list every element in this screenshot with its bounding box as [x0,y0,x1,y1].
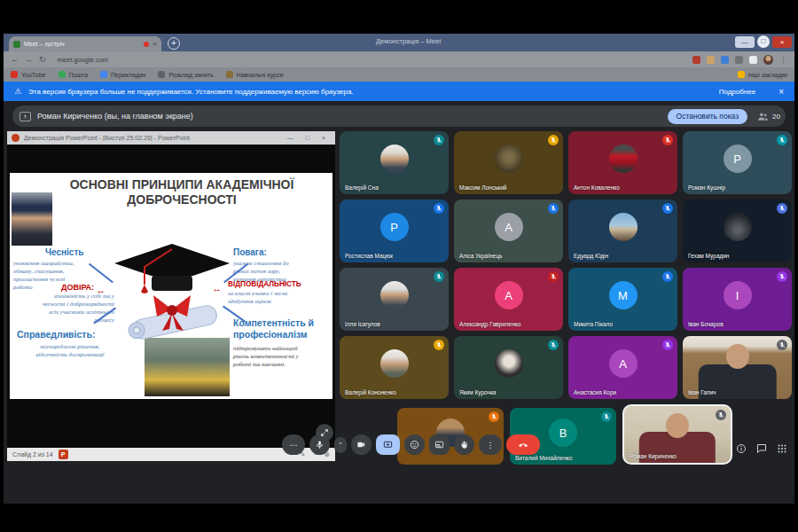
banner-close-icon[interactable]: × [778,87,784,97]
extension-icon[interactable] [721,56,729,64]
participant-name: Яким Курочка [459,389,496,395]
more-options-button[interactable]: ⋯ [282,434,305,455]
activities-grid-icon[interactable] [777,442,787,458]
device-caret-icon[interactable]: ⌃ [334,437,347,453]
tab-title: Meet – зустріч [24,41,140,47]
bookmark-item[interactable]: YouTube [11,71,46,78]
participant-tile[interactable]: ААліса Українець [454,200,563,262]
powerpoint-titlebar: Демонстрація PowerPoint - [Виступ 25.02.… [7,131,335,145]
letter-avatar: Р [380,213,409,241]
powerpoint-window-controls[interactable]: — □ × [287,135,331,141]
emoji-reactions-button[interactable] [404,434,425,455]
raise-hand-button[interactable] [454,434,474,455]
other-bookmarks[interactable]: Інші закладки [738,71,787,78]
participant-tile[interactable]: Валерій Сна [340,131,449,194]
window-maximize-button[interactable]: □ [757,35,770,48]
participant-tile[interactable]: Антон Коваленко [568,131,677,194]
people-icon [757,111,769,122]
mic-muted-icon [662,340,673,350]
powerpoint-taskbar-icon[interactable]: P [59,450,68,459]
participant-tile[interactable]: ААлександр Гавриленко [454,268,563,331]
details-link[interactable]: Подробнее [719,88,756,96]
call-controls: ⋯ ⌃ ⋮ [282,434,540,455]
warning-text: Эта версия браузера больше не поддержива… [28,88,712,96]
extension-icon[interactable] [735,56,743,64]
bookmark-favicon-icon [226,71,233,78]
captions-button[interactable] [429,434,450,455]
mic-muted-icon [434,135,444,145]
bookmark-item[interactable]: Перекладач [100,71,145,78]
url-field[interactable]: meet.google.com [58,56,686,64]
mic-muted-icon [489,411,499,422]
participant-name: Виталий Михайленко [515,455,572,461]
participant-tile[interactable]: Максим Лонський [454,131,563,194]
presenter-label: Роман Кириченко (вы, на главном экране) [37,112,661,121]
address-bar: ← → ↻ meet.google.com ⋮ [4,51,794,67]
end-call-button[interactable] [506,434,540,455]
mic-muted-icon [434,340,444,350]
participant-tile[interactable]: Ілля Ісагулов [340,268,449,331]
browser-menu-icon[interactable]: ⋮ [779,55,787,64]
participant-tile[interactable]: ММикита Пікало [568,268,677,331]
camera-button[interactable] [351,434,372,455]
letter-avatar: А [495,281,523,309]
participant-tile[interactable]: ІІван Бочаров [683,268,792,331]
window-minimize-button[interactable]: — [735,36,755,48]
responsibility-body: за власні вчинки і чесне здобуття оцінок [228,289,320,305]
participant-tile[interactable]: Едуард Юдін [568,200,677,262]
participant-grid: Валерій СнаМаксим ЛонськийАнтон Коваленк… [340,131,792,399]
bookmark-label: Навчальні курси [237,72,284,78]
back-button[interactable]: ← [11,55,19,64]
meet-main: Роман Кириченко (вы, на главном экране) … [4,101,794,473]
chat-icon[interactable] [756,442,767,458]
bookmark-favicon-icon [11,71,18,78]
mic-muted-icon [777,340,787,350]
extension-icon[interactable] [707,56,715,64]
participant-tile[interactable]: Гехам Мурадян [683,200,792,262]
forward-button[interactable]: → [25,55,33,64]
participant-tile[interactable]: ААнастасия Кори [568,336,677,399]
participant-name: Анастасия Кори [574,389,616,395]
powerpoint-title: Демонстрація PowerPoint - [Виступ 25.02.… [24,135,283,141]
participant-name: Гехам Мурадян [688,253,729,259]
participant-tile[interactable]: Роман Кириченко [622,404,732,465]
mic-muted-icon [777,135,787,145]
extension-icon[interactable] [749,56,757,64]
browser-tab[interactable]: Meet – зустріч × [9,36,161,51]
reload-button[interactable]: ↻ [39,55,46,64]
extension-icon[interactable] [692,56,700,64]
powerpoint-window: Демонстрація PowerPoint - [Виступ 25.02.… [7,131,335,461]
mic-muted-icon [434,271,444,282]
expand-icon[interactable] [316,424,333,442]
participant-name: Роман Кириченко [630,453,677,459]
bookmark-item[interactable]: Розклад занять [158,71,213,78]
mic-muted-icon [548,203,559,214]
participant-tile[interactable]: Валерій Кононенко [340,336,449,399]
stop-presenting-button[interactable]: Остановить показ [668,109,748,124]
presenting-header: Роман Кириченко (вы, на главном экране) … [12,106,786,127]
more-controls-button[interactable]: ⋮ [479,434,502,455]
participant-tile[interactable]: Іван Гапич [683,336,792,399]
participant-name: Іван Бочаров [688,321,724,327]
video-person-head [666,413,689,438]
participant-tile[interactable]: Яким Курочка [454,336,563,399]
participant-name: Микита Пікало [574,321,613,327]
new-tab-button[interactable]: + [168,37,180,50]
tab-close-icon[interactable]: × [153,40,157,48]
participant-tile[interactable]: РРоман Кушнір [683,131,792,194]
profile-avatar[interactable] [763,55,773,65]
mic-muted-icon [601,411,612,422]
slide: ОСНОВНІ ПРИНЦИПИ АКАДЕМІЧНОЇ ДОБРОЧЕСНОС… [10,173,332,399]
participant-name: Ілля Ісагулов [345,321,380,327]
photo-avatar [724,213,752,241]
bookmark-item[interactable]: Пошта [59,71,89,78]
participants-counter[interactable]: 20 [757,111,780,122]
participant-tile[interactable]: РРостислав Мацюк [340,200,449,262]
bookmark-item[interactable]: Навчальні курси [226,71,284,78]
window-close-button[interactable]: × [772,36,792,48]
photo-avatar [609,213,638,241]
competence-body: підтримувати найвищий рівень компетентно… [233,344,325,368]
meeting-details-icon[interactable] [736,442,747,458]
present-now-button[interactable] [376,434,400,455]
tab-favicon-icon [13,41,20,48]
